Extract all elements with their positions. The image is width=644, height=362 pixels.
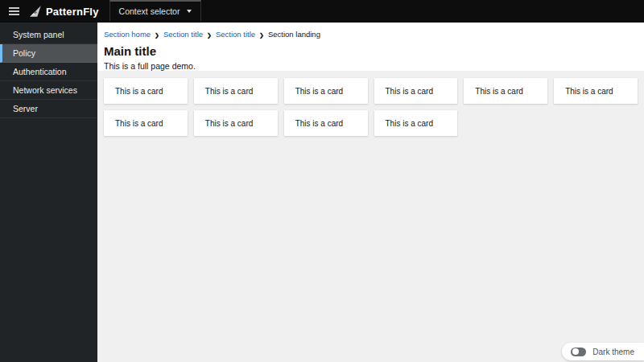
breadcrumb-separator-icon: ❯ (207, 31, 212, 38)
content-area: This is a card This is a card This is a … (97, 71, 644, 362)
context-selector-dropdown[interactable]: Context selector (109, 0, 202, 23)
dark-theme-toggle[interactable] (571, 348, 586, 356)
hamburger-icon (9, 7, 19, 9)
sidebar-item-label: Server (13, 104, 38, 113)
breadcrumb-current: Section landing (268, 30, 320, 39)
context-selector-label: Context selector (119, 6, 180, 16)
card[interactable]: This is a card (104, 78, 188, 104)
breadcrumb-link[interactable]: Section title (216, 30, 255, 39)
sidebar-item-network-services[interactable]: Network services (0, 81, 97, 100)
breadcrumb-link[interactable]: Section title (163, 30, 203, 39)
patternfly-logo-icon (29, 5, 42, 18)
card[interactable]: This is a card (464, 78, 547, 104)
breadcrumb-link[interactable]: Section home (104, 30, 151, 39)
sidebar-item-label: Policy (13, 48, 35, 58)
card[interactable]: This is a card (194, 78, 278, 104)
dark-theme-label: Dark theme (592, 348, 634, 356)
masthead: PatternFly Context selector (0, 0, 644, 23)
nav-toggle-button[interactable] (0, 0, 27, 23)
dark-theme-pill: Dark theme (562, 343, 644, 360)
brand-logo[interactable]: PatternFly (29, 5, 99, 18)
card[interactable]: This is a card (194, 110, 278, 136)
card[interactable]: This is a card (374, 78, 458, 104)
card-grid: This is a card This is a card This is a … (104, 78, 638, 136)
page-header-section: Section home ❯ Section title ❯ Section t… (97, 23, 644, 71)
card[interactable]: This is a card (554, 78, 638, 104)
card[interactable]: This is a card (284, 78, 368, 104)
sidebar-item-label: System panel (13, 30, 64, 39)
sidebar-item-authentication[interactable]: Authentication (0, 63, 97, 81)
chevron-down-icon (187, 10, 192, 13)
card[interactable]: This is a card (374, 110, 458, 136)
breadcrumb-separator-icon: ❯ (155, 31, 159, 38)
toggle-knob-icon (572, 348, 579, 355)
card[interactable]: This is a card (284, 110, 368, 136)
page-description: This is a full page demo. (104, 61, 638, 71)
page-title: Main title (104, 44, 638, 58)
card[interactable]: This is a card (104, 110, 188, 136)
sidebar-item-label: Network services (13, 85, 77, 95)
brand-name: PatternFly (46, 6, 99, 18)
sidebar-item-system-panel[interactable]: System panel (0, 26, 97, 44)
sidebar-item-label: Authentication (13, 67, 67, 76)
sidebar-nav: System panel Policy Authentication Netwo… (0, 23, 97, 362)
sidebar-item-server[interactable]: Server (0, 100, 97, 118)
sidebar-item-policy[interactable]: Policy (0, 44, 97, 63)
breadcrumb-separator-icon: ❯ (259, 31, 264, 38)
breadcrumb: Section home ❯ Section title ❯ Section t… (104, 30, 638, 39)
